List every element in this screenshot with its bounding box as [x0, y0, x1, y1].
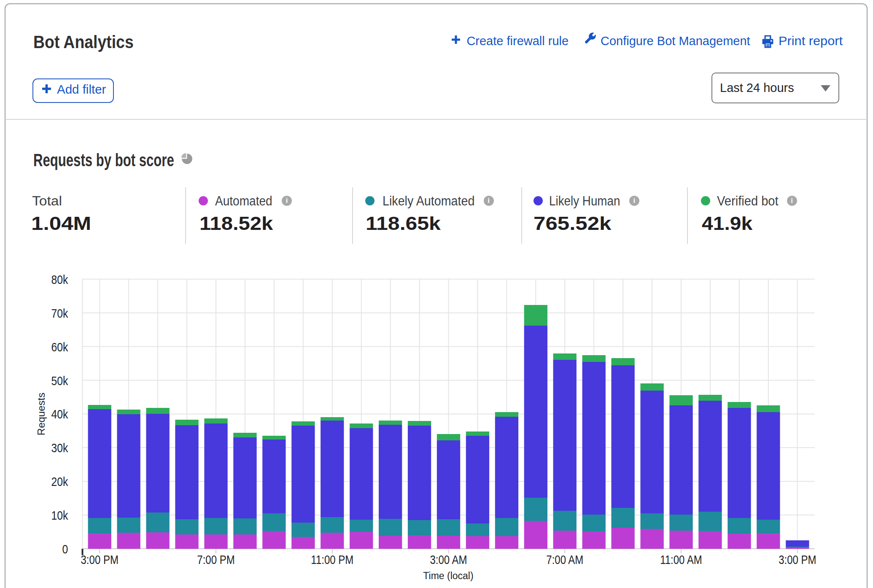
- svg-text:3:00 PM: 3:00 PM: [81, 552, 119, 566]
- svg-text:60k: 60k: [51, 340, 68, 354]
- svg-text:3:00 PM: 3:00 PM: [779, 552, 816, 566]
- svg-text:40k: 40k: [51, 407, 68, 421]
- svg-text:50k: 50k: [51, 373, 68, 388]
- svg-text:11:00 PM: 11:00 PM: [311, 552, 353, 566]
- svg-text:80k: 80k: [51, 272, 68, 287]
- svg-text:11:00 AM: 11:00 AM: [660, 552, 702, 566]
- svg-text:20k: 20k: [51, 475, 68, 489]
- svg-text:Time (local): Time (local): [423, 570, 473, 581]
- svg-text:7:00 PM: 7:00 PM: [197, 552, 234, 566]
- svg-text:10k: 10k: [51, 508, 68, 523]
- svg-text:7:00 AM: 7:00 AM: [546, 552, 583, 566]
- svg-text:3:00 AM: 3:00 AM: [430, 552, 467, 566]
- svg-text:30k: 30k: [51, 441, 68, 455]
- svg-text:Requests: Requests: [35, 393, 47, 435]
- svg-text:70k: 70k: [51, 306, 68, 320]
- svg-text:0: 0: [62, 542, 68, 556]
